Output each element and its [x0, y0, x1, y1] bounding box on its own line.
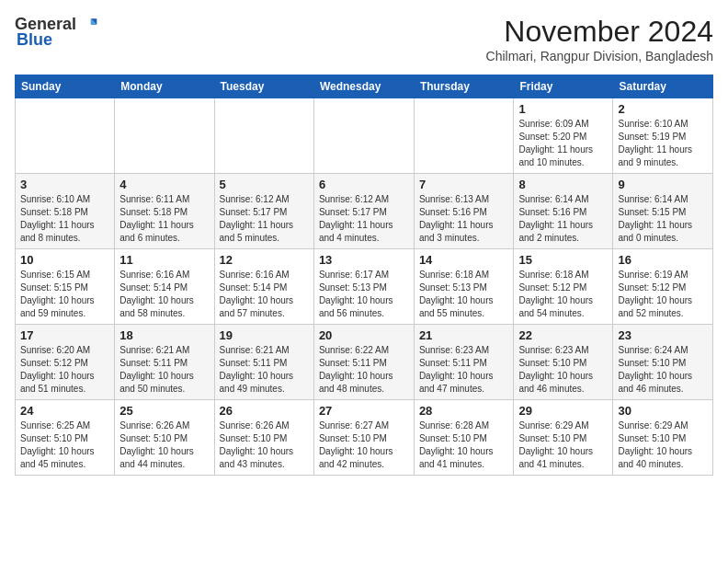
- calendar-cell: 12Sunrise: 6:16 AM Sunset: 5:14 PM Dayli…: [214, 249, 313, 325]
- day-info: Sunrise: 6:25 AM Sunset: 5:10 PM Dayligh…: [20, 419, 109, 471]
- day-info: Sunrise: 6:22 AM Sunset: 5:11 PM Dayligh…: [319, 344, 409, 396]
- day-info: Sunrise: 6:09 AM Sunset: 5:20 PM Dayligh…: [518, 118, 608, 169]
- day-info: Sunrise: 6:15 AM Sunset: 5:15 PM Dayligh…: [20, 269, 109, 320]
- day-info: Sunrise: 6:19 AM Sunset: 5:12 PM Dayligh…: [618, 269, 708, 320]
- day-number: 15: [518, 253, 608, 267]
- calendar-cell: 15Sunrise: 6:18 AM Sunset: 5:12 PM Dayli…: [514, 249, 613, 325]
- day-info: Sunrise: 6:14 AM Sunset: 5:16 PM Dayligh…: [518, 193, 608, 245]
- calendar-cell: 8Sunrise: 6:14 AM Sunset: 5:16 PM Daylig…: [514, 174, 613, 249]
- day-number: 24: [20, 404, 109, 418]
- day-number: 26: [220, 404, 309, 418]
- day-info: Sunrise: 6:11 AM Sunset: 5:18 PM Dayligh…: [119, 193, 209, 245]
- day-info: Sunrise: 6:10 AM Sunset: 5:19 PM Dayligh…: [618, 118, 708, 169]
- day-number: 21: [419, 328, 509, 342]
- calendar-cell: 2Sunrise: 6:10 AM Sunset: 5:19 PM Daylig…: [613, 98, 713, 174]
- calendar-cell: [214, 98, 313, 174]
- calendar-cell: 16Sunrise: 6:19 AM Sunset: 5:12 PM Dayli…: [613, 249, 713, 325]
- day-info: Sunrise: 6:18 AM Sunset: 5:13 PM Dayligh…: [419, 269, 509, 320]
- day-number: 5: [220, 178, 309, 191]
- day-number: 19: [220, 328, 309, 342]
- day-info: Sunrise: 6:17 AM Sunset: 5:13 PM Dayligh…: [319, 269, 409, 320]
- day-info: Sunrise: 6:23 AM Sunset: 5:10 PM Dayligh…: [518, 344, 608, 396]
- calendar-cell: 30Sunrise: 6:29 AM Sunset: 5:10 PM Dayli…: [613, 400, 713, 476]
- calendar-cell: 14Sunrise: 6:18 AM Sunset: 5:13 PM Dayli…: [414, 249, 514, 325]
- day-number: 8: [518, 178, 608, 191]
- day-number: 27: [319, 404, 409, 418]
- day-number: 13: [319, 253, 409, 267]
- day-number: 23: [618, 328, 708, 342]
- calendar-cell: 6Sunrise: 6:12 AM Sunset: 5:17 PM Daylig…: [313, 174, 414, 249]
- day-number: 6: [319, 178, 409, 191]
- day-number: 1: [518, 102, 608, 116]
- month-title: November 2024: [486, 15, 713, 49]
- calendar-cell: 25Sunrise: 6:26 AM Sunset: 5:10 PM Dayli…: [115, 400, 214, 476]
- day-info: Sunrise: 6:16 AM Sunset: 5:14 PM Dayligh…: [119, 269, 209, 320]
- day-number: 11: [119, 253, 209, 267]
- day-info: Sunrise: 6:21 AM Sunset: 5:11 PM Dayligh…: [119, 344, 209, 396]
- calendar-cell: 18Sunrise: 6:21 AM Sunset: 5:11 PM Dayli…: [115, 325, 214, 400]
- logo-blue: Blue: [17, 30, 52, 50]
- weekday-header: Friday: [514, 75, 613, 98]
- day-info: Sunrise: 6:16 AM Sunset: 5:14 PM Dayligh…: [220, 269, 309, 320]
- calendar-cell: 17Sunrise: 6:20 AM Sunset: 5:12 PM Dayli…: [16, 325, 115, 400]
- day-number: 14: [419, 253, 509, 267]
- day-info: Sunrise: 6:26 AM Sunset: 5:10 PM Dayligh…: [119, 419, 209, 471]
- day-number: 9: [618, 178, 708, 191]
- day-info: Sunrise: 6:18 AM Sunset: 5:12 PM Dayligh…: [518, 269, 608, 320]
- weekday-header: Tuesday: [214, 75, 313, 98]
- calendar-cell: [414, 98, 514, 174]
- day-info: Sunrise: 6:27 AM Sunset: 5:10 PM Dayligh…: [319, 419, 409, 471]
- day-info: Sunrise: 6:13 AM Sunset: 5:16 PM Dayligh…: [419, 193, 509, 245]
- calendar-cell: [313, 98, 414, 174]
- calendar-cell: 29Sunrise: 6:29 AM Sunset: 5:10 PM Dayli…: [514, 400, 613, 476]
- day-number: 3: [20, 178, 109, 191]
- day-number: 7: [419, 178, 509, 191]
- day-info: Sunrise: 6:24 AM Sunset: 5:10 PM Dayligh…: [618, 344, 708, 396]
- day-info: Sunrise: 6:10 AM Sunset: 5:18 PM Dayligh…: [20, 193, 109, 245]
- calendar-cell: 26Sunrise: 6:26 AM Sunset: 5:10 PM Dayli…: [214, 400, 313, 476]
- calendar-cell: 1Sunrise: 6:09 AM Sunset: 5:20 PM Daylig…: [514, 98, 613, 174]
- location: Chilmari, Rangpur Division, Bangladesh: [486, 49, 713, 63]
- calendar-cell: 28Sunrise: 6:28 AM Sunset: 5:10 PM Dayli…: [414, 400, 514, 476]
- calendar-cell: 5Sunrise: 6:12 AM Sunset: 5:17 PM Daylig…: [214, 174, 313, 249]
- calendar-cell: 13Sunrise: 6:17 AM Sunset: 5:13 PM Dayli…: [313, 249, 414, 325]
- calendar-cell: 4Sunrise: 6:11 AM Sunset: 5:18 PM Daylig…: [115, 174, 214, 249]
- logo-icon: [80, 16, 98, 34]
- day-number: 22: [518, 328, 608, 342]
- day-number: 16: [618, 253, 708, 267]
- weekday-header: Monday: [115, 75, 214, 98]
- day-number: 28: [419, 404, 509, 418]
- day-number: 25: [119, 404, 209, 418]
- calendar-cell: 27Sunrise: 6:27 AM Sunset: 5:10 PM Dayli…: [313, 400, 414, 476]
- day-info: Sunrise: 6:28 AM Sunset: 5:10 PM Dayligh…: [419, 419, 509, 471]
- calendar-cell: 19Sunrise: 6:21 AM Sunset: 5:11 PM Dayli…: [214, 325, 313, 400]
- weekday-header: Thursday: [414, 75, 514, 98]
- calendar-cell: 9Sunrise: 6:14 AM Sunset: 5:15 PM Daylig…: [613, 174, 713, 249]
- calendar-table: SundayMondayTuesdayWednesdayThursdayFrid…: [15, 75, 713, 476]
- calendar-cell: [16, 98, 115, 174]
- day-info: Sunrise: 6:29 AM Sunset: 5:10 PM Dayligh…: [518, 419, 608, 471]
- day-number: 17: [20, 328, 109, 342]
- day-info: Sunrise: 6:21 AM Sunset: 5:11 PM Dayligh…: [220, 344, 309, 396]
- page-header: General Blue November 2024 Chilmari, Ran…: [15, 15, 713, 63]
- title-block: November 2024 Chilmari, Rangpur Division…: [486, 15, 713, 63]
- calendar-cell: [115, 98, 214, 174]
- day-number: 12: [220, 253, 309, 267]
- day-number: 30: [618, 404, 708, 418]
- calendar-cell: 7Sunrise: 6:13 AM Sunset: 5:16 PM Daylig…: [414, 174, 514, 249]
- day-info: Sunrise: 6:12 AM Sunset: 5:17 PM Dayligh…: [220, 193, 309, 245]
- weekday-header: Sunday: [16, 75, 115, 98]
- calendar-cell: 11Sunrise: 6:16 AM Sunset: 5:14 PM Dayli…: [115, 249, 214, 325]
- weekday-header: Saturday: [613, 75, 713, 98]
- day-info: Sunrise: 6:14 AM Sunset: 5:15 PM Dayligh…: [618, 193, 708, 245]
- day-number: 29: [518, 404, 608, 418]
- day-info: Sunrise: 6:23 AM Sunset: 5:11 PM Dayligh…: [419, 344, 509, 396]
- day-number: 4: [119, 178, 209, 191]
- logo: General Blue: [15, 15, 98, 50]
- day-info: Sunrise: 6:26 AM Sunset: 5:10 PM Dayligh…: [220, 419, 309, 471]
- day-number: 10: [20, 253, 109, 267]
- day-number: 2: [618, 102, 708, 116]
- calendar-cell: 24Sunrise: 6:25 AM Sunset: 5:10 PM Dayli…: [16, 400, 115, 476]
- calendar-cell: 21Sunrise: 6:23 AM Sunset: 5:11 PM Dayli…: [414, 325, 514, 400]
- calendar-cell: 3Sunrise: 6:10 AM Sunset: 5:18 PM Daylig…: [16, 174, 115, 249]
